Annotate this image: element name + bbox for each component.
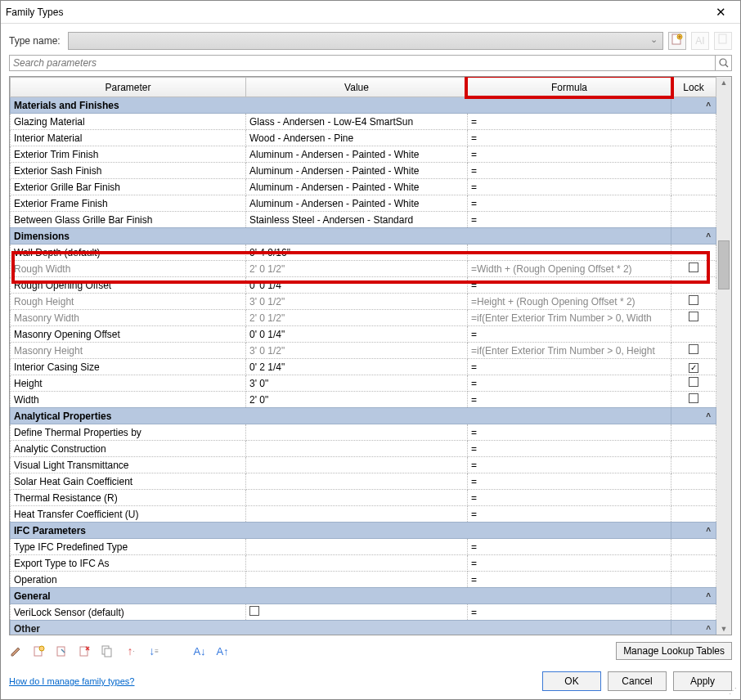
cell-value[interactable]: [246, 555, 468, 572]
cell-lock[interactable]: [671, 604, 716, 621]
cell-lock[interactable]: [671, 326, 716, 343]
cell-lock[interactable]: [671, 343, 716, 359]
cell-value[interactable]: Aluminum - Andersen - Painted - White: [246, 163, 468, 179]
col-value[interactable]: Value: [246, 78, 468, 97]
edit-parameter-icon[interactable]: [9, 644, 24, 658]
table-row[interactable]: Rough Opening Offset0' 0 1/4"=: [11, 277, 716, 294]
section-header[interactable]: Materials and Finishes^: [11, 97, 716, 114]
section-header[interactable]: Analytical Properties^: [11, 408, 716, 424]
cell-value[interactable]: [246, 506, 468, 523]
close-button[interactable]: ✕: [706, 2, 735, 22]
cell-value[interactable]: Aluminum - Andersen - Painted - White: [246, 179, 468, 195]
table-row[interactable]: Exterior Sash FinishAluminum - Andersen …: [11, 163, 716, 179]
cell-value[interactable]: Wood - Andersen - Pine: [246, 130, 468, 146]
cell-formula[interactable]: =: [468, 539, 671, 555]
cell-value[interactable]: [246, 473, 468, 490]
cell-formula[interactable]: =Width + (Rough Opening Offset * 2): [468, 261, 671, 277]
modify-parameter-icon[interactable]: [55, 644, 70, 658]
cell-value[interactable]: 3' 0 1/2": [246, 343, 468, 359]
lock-checkbox[interactable]: [689, 393, 698, 403]
cell-lock[interactable]: [671, 261, 716, 277]
cell-formula[interactable]: =: [468, 179, 671, 195]
cell-value[interactable]: [246, 490, 468, 506]
vertical-scrollbar[interactable]: ▲ ▼: [716, 77, 731, 635]
cancel-button[interactable]: Cancel: [608, 671, 667, 691]
cell-lock[interactable]: [671, 424, 716, 441]
cell-lock[interactable]: [671, 146, 716, 163]
col-parameter[interactable]: Parameter: [11, 78, 246, 97]
cell-formula[interactable]: =: [468, 473, 671, 490]
table-row[interactable]: Interior Casing Size0' 2 1/4"=: [11, 359, 716, 375]
cell-value[interactable]: 0' 0 1/4": [246, 326, 468, 343]
cell-formula[interactable]: =: [468, 506, 671, 523]
cell-lock[interactable]: [671, 179, 716, 195]
cell-lock[interactable]: [671, 163, 716, 179]
table-row[interactable]: Width2' 0"=: [11, 392, 716, 408]
cell-formula[interactable]: =: [468, 490, 671, 506]
cell-lock[interactable]: [671, 212, 716, 228]
search-input[interactable]: [9, 55, 716, 71]
table-row[interactable]: Export Type to IFC As=: [11, 555, 716, 572]
table-row[interactable]: Analytic Construction=: [11, 441, 716, 457]
lock-checkbox[interactable]: [689, 295, 698, 305]
cell-formula[interactable]: =: [468, 375, 671, 392]
type-name-dropdown[interactable]: [68, 32, 663, 50]
table-row[interactable]: VeriLock Sensor (default)=: [11, 604, 716, 621]
table-row[interactable]: Wall Depth (default)0' 4 9/16"=: [11, 245, 716, 261]
cell-value[interactable]: [246, 441, 468, 457]
cell-formula[interactable]: =: [468, 163, 671, 179]
table-row[interactable]: Masonry Width2' 0 1/2"=if(Enter Exterior…: [11, 310, 716, 326]
cell-formula[interactable]: =: [468, 245, 671, 261]
ok-button[interactable]: OK: [542, 671, 601, 691]
table-row[interactable]: Heat Transfer Coefficient (U)=: [11, 506, 716, 523]
table-row[interactable]: Between Glass Grille Bar FinishStainless…: [11, 212, 716, 228]
cell-formula[interactable]: =: [468, 555, 671, 572]
parameter-grid[interactable]: Parameter Value Formula Lock Materials a…: [10, 77, 716, 635]
cell-formula[interactable]: =: [468, 195, 671, 212]
cell-lock[interactable]: [671, 294, 716, 310]
cell-value[interactable]: [246, 539, 468, 555]
cell-lock[interactable]: [671, 457, 716, 473]
cell-lock[interactable]: [671, 375, 716, 392]
cell-formula[interactable]: =: [468, 359, 671, 375]
cell-formula[interactable]: =: [468, 212, 671, 228]
cell-value[interactable]: 2' 0 1/2": [246, 261, 468, 277]
table-row[interactable]: Exterior Trim FinishAluminum - Andersen …: [11, 146, 716, 163]
table-row[interactable]: Glazing MaterialGlass - Andersen - Low-E…: [11, 114, 716, 130]
move-up-icon[interactable]: ↑·: [124, 644, 138, 658]
cell-lock[interactable]: [671, 359, 716, 375]
cell-value[interactable]: [246, 457, 468, 473]
cell-lock[interactable]: [671, 277, 716, 294]
resize-grip[interactable]: ⋰: [727, 686, 737, 696]
lock-checkbox[interactable]: [689, 312, 698, 321]
cell-formula[interactable]: =: [468, 114, 671, 130]
cell-lock[interactable]: [671, 392, 716, 408]
cell-formula[interactable]: =: [468, 424, 671, 441]
cell-formula[interactable]: =: [468, 604, 671, 621]
lock-checkbox[interactable]: [689, 363, 698, 373]
section-header[interactable]: General^: [11, 588, 716, 604]
cell-formula[interactable]: =: [468, 392, 671, 408]
table-row[interactable]: Operation=: [11, 572, 716, 588]
cell-value[interactable]: 3' 0": [246, 375, 468, 392]
lock-checkbox[interactable]: [689, 377, 698, 387]
move-down-icon[interactable]: ↓≡: [146, 644, 161, 658]
table-row[interactable]: Rough Height3' 0 1/2"=Height + (Rough Op…: [11, 294, 716, 310]
cell-lock[interactable]: [671, 114, 716, 130]
new-parameter-icon[interactable]: [32, 644, 47, 658]
lock-checkbox[interactable]: [689, 344, 698, 354]
rename-type-button[interactable]: AI: [691, 32, 709, 50]
table-row[interactable]: Type IFC Predefined Type=: [11, 539, 716, 555]
cell-formula[interactable]: =: [468, 130, 671, 146]
table-row[interactable]: Exterior Frame FinishAluminum - Andersen…: [11, 195, 716, 212]
sort-desc-icon[interactable]: A↑: [215, 644, 230, 658]
cell-lock[interactable]: [671, 506, 716, 523]
cell-value[interactable]: Glass - Andersen - Low-E4 SmartSun: [246, 114, 468, 130]
cell-lock[interactable]: [671, 473, 716, 490]
table-row[interactable]: Define Thermal Properties by=: [11, 424, 716, 441]
cell-lock[interactable]: [671, 555, 716, 572]
table-row[interactable]: Exterior Grille Bar FinishAluminum - And…: [11, 179, 716, 195]
section-header[interactable]: Other^: [11, 621, 716, 635]
col-lock[interactable]: Lock: [671, 78, 716, 97]
search-icon[interactable]: [716, 55, 732, 71]
